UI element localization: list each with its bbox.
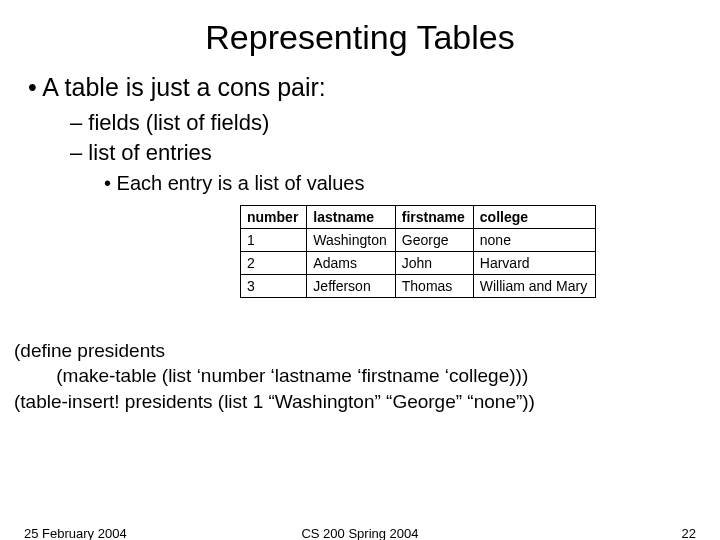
bullet-text: A table is just a cons pair: bbox=[42, 73, 325, 101]
cell: Thomas bbox=[395, 275, 473, 298]
col-header: lastname bbox=[307, 206, 395, 229]
slide-title: Representing Tables bbox=[0, 18, 720, 57]
cell: none bbox=[473, 229, 595, 252]
footer-page-number: 22 bbox=[682, 526, 696, 540]
col-header: firstname bbox=[395, 206, 473, 229]
bullet-text: Each entry is a list of values bbox=[117, 172, 365, 194]
presidents-table: number lastname firstname college 1 Wash… bbox=[240, 205, 596, 298]
col-header: college bbox=[473, 206, 595, 229]
cell: Adams bbox=[307, 252, 395, 275]
bullet-text: list of entries bbox=[88, 140, 212, 165]
cell: George bbox=[395, 229, 473, 252]
bullet-level1: A table is just a cons pair: bbox=[28, 73, 720, 102]
cell: William and Mary bbox=[473, 275, 595, 298]
bullet-level2: fields (list of fields) bbox=[70, 110, 720, 136]
cell: Jefferson bbox=[307, 275, 395, 298]
cell: 3 bbox=[241, 275, 307, 298]
table-row: 1 Washington George none bbox=[241, 229, 596, 252]
cell: 2 bbox=[241, 252, 307, 275]
code-line: (define presidents bbox=[14, 340, 165, 361]
code-line: (make-table (list ‘number ‘lastname ‘fir… bbox=[14, 365, 528, 386]
table-row: 3 Jefferson Thomas William and Mary bbox=[241, 275, 596, 298]
table-row: 2 Adams John Harvard bbox=[241, 252, 596, 275]
cell: John bbox=[395, 252, 473, 275]
col-header: number bbox=[241, 206, 307, 229]
cell: Harvard bbox=[473, 252, 595, 275]
bullet-text: fields (list of fields) bbox=[88, 110, 269, 135]
code-block: (define presidents (make-table (list ‘nu… bbox=[14, 312, 720, 415]
bullet-level3: Each entry is a list of values bbox=[104, 172, 720, 195]
cell: Washington bbox=[307, 229, 395, 252]
footer-course: CS 200 Spring 2004 bbox=[0, 526, 720, 540]
cell: 1 bbox=[241, 229, 307, 252]
code-line: (table-insert! presidents (list 1 “Washi… bbox=[14, 391, 535, 412]
table-header-row: number lastname firstname college bbox=[241, 206, 596, 229]
bullet-level2: list of entries bbox=[70, 140, 720, 166]
